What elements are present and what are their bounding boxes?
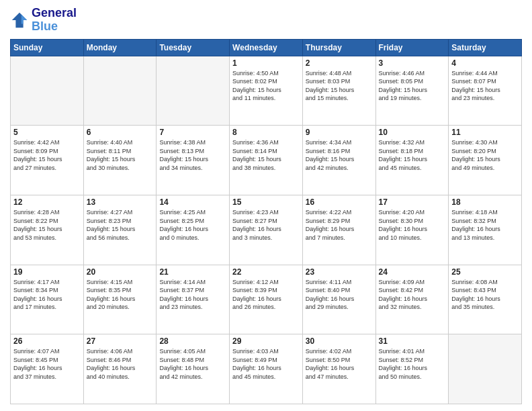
calendar-cell: 15Sunrise: 4:23 AM Sunset: 8:27 PM Dayli…	[230, 195, 303, 265]
day-info: Sunrise: 4:23 AM Sunset: 8:27 PM Dayligh…	[232, 208, 300, 242]
calendar-cell	[449, 334, 522, 404]
day-info: Sunrise: 4:17 AM Sunset: 8:34 PM Dayligh…	[13, 278, 81, 312]
calendar-cell: 27Sunrise: 4:06 AM Sunset: 8:46 PM Dayli…	[83, 334, 157, 404]
day-info: Sunrise: 4:08 AM Sunset: 8:43 PM Dayligh…	[451, 278, 519, 312]
day-info: Sunrise: 4:44 AM Sunset: 8:07 PM Dayligh…	[451, 69, 519, 103]
day-info: Sunrise: 4:48 AM Sunset: 8:03 PM Dayligh…	[306, 69, 373, 103]
day-number: 13	[87, 197, 154, 207]
day-number: 14	[159, 197, 226, 207]
day-number: 25	[451, 267, 519, 277]
day-number: 3	[379, 58, 446, 68]
calendar-table: SundayMondayTuesdayWednesdayThursdayFrid…	[10, 39, 522, 404]
day-info: Sunrise: 4:25 AM Sunset: 8:25 PM Dayligh…	[159, 208, 226, 242]
day-number: 21	[159, 267, 226, 277]
day-info: Sunrise: 4:28 AM Sunset: 8:22 PM Dayligh…	[13, 208, 81, 242]
logo-text: General Blue	[32, 7, 77, 34]
day-info: Sunrise: 4:06 AM Sunset: 8:46 PM Dayligh…	[87, 347, 154, 381]
calendar-cell: 17Sunrise: 4:20 AM Sunset: 8:30 PM Dayli…	[375, 195, 449, 265]
day-number: 23	[306, 267, 373, 277]
day-info: Sunrise: 4:11 AM Sunset: 8:40 PM Dayligh…	[306, 278, 373, 312]
day-number: 4	[451, 58, 519, 68]
logo: General Blue	[10, 7, 77, 34]
day-info: Sunrise: 4:42 AM Sunset: 8:09 PM Dayligh…	[13, 138, 81, 172]
calendar-cell: 12Sunrise: 4:28 AM Sunset: 8:22 PM Dayli…	[11, 195, 84, 265]
calendar-cell: 23Sunrise: 4:11 AM Sunset: 8:40 PM Dayli…	[302, 265, 375, 334]
day-number: 10	[379, 128, 446, 137]
day-info: Sunrise: 4:02 AM Sunset: 8:50 PM Dayligh…	[306, 347, 373, 381]
day-info: Sunrise: 4:03 AM Sunset: 8:49 PM Dayligh…	[232, 347, 300, 381]
col-header-friday: Friday	[375, 39, 449, 56]
day-number: 9	[306, 128, 373, 137]
calendar-cell: 3Sunrise: 4:46 AM Sunset: 8:05 PM Daylig…	[375, 56, 449, 126]
day-number: 2	[306, 58, 373, 68]
calendar-cell: 22Sunrise: 4:12 AM Sunset: 8:39 PM Dayli…	[230, 265, 303, 334]
calendar-cell: 29Sunrise: 4:03 AM Sunset: 8:49 PM Dayli…	[230, 334, 303, 404]
calendar-cell: 16Sunrise: 4:22 AM Sunset: 8:29 PM Dayli…	[302, 195, 375, 265]
day-info: Sunrise: 4:15 AM Sunset: 8:35 PM Dayligh…	[87, 278, 154, 312]
day-number: 7	[159, 128, 226, 137]
day-info: Sunrise: 4:30 AM Sunset: 8:20 PM Dayligh…	[451, 138, 519, 172]
calendar-cell: 13Sunrise: 4:27 AM Sunset: 8:23 PM Dayli…	[83, 195, 157, 265]
calendar-cell	[83, 56, 157, 126]
day-number: 1	[232, 58, 300, 68]
day-info: Sunrise: 4:36 AM Sunset: 8:14 PM Dayligh…	[232, 138, 300, 172]
day-info: Sunrise: 4:18 AM Sunset: 8:32 PM Dayligh…	[451, 208, 519, 242]
day-info: Sunrise: 4:32 AM Sunset: 8:18 PM Dayligh…	[379, 138, 446, 172]
calendar-cell: 19Sunrise: 4:17 AM Sunset: 8:34 PM Dayli…	[11, 265, 84, 334]
day-number: 19	[13, 267, 81, 277]
day-info: Sunrise: 4:14 AM Sunset: 8:37 PM Dayligh…	[159, 278, 226, 312]
week-row-2: 12Sunrise: 4:28 AM Sunset: 8:22 PM Dayli…	[11, 195, 522, 265]
calendar-cell: 21Sunrise: 4:14 AM Sunset: 8:37 PM Dayli…	[157, 265, 230, 334]
calendar-cell: 8Sunrise: 4:36 AM Sunset: 8:14 PM Daylig…	[230, 126, 303, 195]
day-number: 17	[379, 197, 446, 207]
week-row-0: 1Sunrise: 4:50 AM Sunset: 8:02 PM Daylig…	[11, 56, 522, 126]
day-number: 8	[232, 128, 300, 137]
calendar-cell: 20Sunrise: 4:15 AM Sunset: 8:35 PM Dayli…	[83, 265, 157, 334]
col-header-monday: Monday	[83, 39, 157, 56]
day-info: Sunrise: 4:01 AM Sunset: 8:52 PM Dayligh…	[379, 347, 446, 381]
logo-icon	[10, 11, 29, 30]
day-number: 15	[232, 197, 300, 207]
day-number: 16	[306, 197, 373, 207]
day-number: 11	[451, 128, 519, 137]
page: General Blue SundayMondayTuesdayWednesda…	[0, 0, 532, 411]
calendar-cell: 10Sunrise: 4:32 AM Sunset: 8:18 PM Dayli…	[375, 126, 449, 195]
day-info: Sunrise: 4:09 AM Sunset: 8:42 PM Dayligh…	[379, 278, 446, 312]
day-info: Sunrise: 4:20 AM Sunset: 8:30 PM Dayligh…	[379, 208, 446, 242]
header: General Blue	[10, 7, 522, 34]
day-info: Sunrise: 4:07 AM Sunset: 8:45 PM Dayligh…	[13, 347, 81, 381]
col-header-tuesday: Tuesday	[157, 39, 230, 56]
calendar-cell: 14Sunrise: 4:25 AM Sunset: 8:25 PM Dayli…	[157, 195, 230, 265]
calendar-cell: 26Sunrise: 4:07 AM Sunset: 8:45 PM Dayli…	[11, 334, 84, 404]
day-info: Sunrise: 4:22 AM Sunset: 8:29 PM Dayligh…	[306, 208, 373, 242]
day-number: 31	[379, 336, 446, 346]
col-header-thursday: Thursday	[302, 39, 375, 56]
day-info: Sunrise: 4:38 AM Sunset: 8:13 PM Dayligh…	[159, 138, 226, 172]
col-header-saturday: Saturday	[449, 39, 522, 56]
day-info: Sunrise: 4:05 AM Sunset: 8:48 PM Dayligh…	[159, 347, 226, 381]
day-number: 26	[13, 336, 81, 346]
week-row-1: 5Sunrise: 4:42 AM Sunset: 8:09 PM Daylig…	[11, 126, 522, 195]
calendar-cell	[157, 56, 230, 126]
day-number: 24	[379, 267, 446, 277]
day-number: 6	[87, 128, 154, 137]
day-number: 29	[232, 336, 300, 346]
col-header-wednesday: Wednesday	[230, 39, 303, 56]
calendar-cell: 6Sunrise: 4:40 AM Sunset: 8:11 PM Daylig…	[83, 126, 157, 195]
day-info: Sunrise: 4:46 AM Sunset: 8:05 PM Dayligh…	[379, 69, 446, 103]
calendar-cell: 30Sunrise: 4:02 AM Sunset: 8:50 PM Dayli…	[302, 334, 375, 404]
day-number: 27	[87, 336, 154, 346]
day-info: Sunrise: 4:34 AM Sunset: 8:16 PM Dayligh…	[306, 138, 373, 172]
calendar-cell: 28Sunrise: 4:05 AM Sunset: 8:48 PM Dayli…	[157, 334, 230, 404]
svg-marker-1	[21, 14, 27, 24]
day-info: Sunrise: 4:50 AM Sunset: 8:02 PM Dayligh…	[232, 69, 300, 103]
calendar-cell: 11Sunrise: 4:30 AM Sunset: 8:20 PM Dayli…	[449, 126, 522, 195]
calendar-cell: 5Sunrise: 4:42 AM Sunset: 8:09 PM Daylig…	[11, 126, 84, 195]
day-number: 20	[87, 267, 154, 277]
calendar-cell	[11, 56, 84, 126]
calendar-cell: 31Sunrise: 4:01 AM Sunset: 8:52 PM Dayli…	[375, 334, 449, 404]
calendar-cell: 2Sunrise: 4:48 AM Sunset: 8:03 PM Daylig…	[302, 56, 375, 126]
calendar-cell: 25Sunrise: 4:08 AM Sunset: 8:43 PM Dayli…	[449, 265, 522, 334]
calendar-cell: 9Sunrise: 4:34 AM Sunset: 8:16 PM Daylig…	[302, 126, 375, 195]
calendar-cell: 4Sunrise: 4:44 AM Sunset: 8:07 PM Daylig…	[449, 56, 522, 126]
